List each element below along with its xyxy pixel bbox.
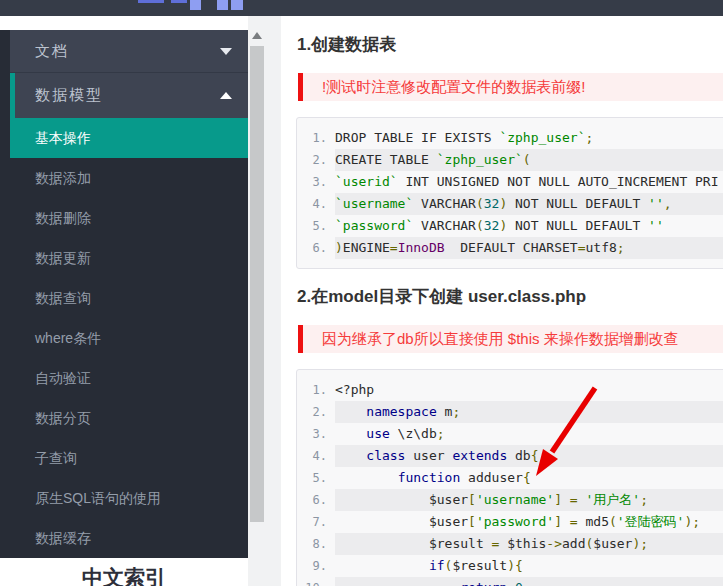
sidebar-scrollbar (248, 16, 281, 586)
code-line: 9. if($result){ (297, 555, 723, 577)
triangle-up-icon (252, 32, 262, 39)
code-line: 2. namespace m; (297, 401, 723, 423)
warning-banner-this-usage: 因为继承了db所以直接使用 $this 来操作数据增删改查 (298, 325, 723, 353)
code-line: 4. class user extends db{ (297, 445, 723, 467)
code-line: 5. function adduser{ (297, 467, 723, 489)
scrollbar-thumb[interactable] (250, 46, 264, 522)
sidebar-item-data-query[interactable]: 数据查询 (10, 278, 248, 318)
sidebar: 文档 数据模型 基本操作 数据添加 数据删除 数据更新 数据查询 where条件… (0, 30, 248, 558)
code-line: 1.<?php (297, 379, 723, 401)
sidebar-item-data-cache[interactable]: 数据缓存 (10, 518, 248, 558)
top-navbar (0, 0, 723, 16)
code-line: 6.)ENGINE=InnoDB DEFAULT CHARSET=utf8; (297, 237, 723, 259)
caret-down-icon (220, 48, 232, 55)
heading-create-model-file: 2.在model目录下创建 user.class.php (297, 285, 586, 309)
code-line: 1.DROP TABLE IF EXISTS `zphp_user`; (297, 127, 723, 149)
code-line: 4.`username` VARCHAR(32) NOT NULL DEFAUL… (297, 193, 723, 215)
sidebar-item-auto-validate[interactable]: 自动验证 (10, 358, 248, 398)
page: 文档 数据模型 基本操作 数据添加 数据删除 数据更新 数据查询 where条件… (0, 0, 723, 586)
section-title-chinese-index: 中文索引 (0, 558, 248, 586)
sidebar-group-data-model[interactable]: 数据模型 (10, 73, 248, 118)
sidebar-item-data-delete[interactable]: 数据删除 (10, 198, 248, 238)
sidebar-group-label: 数据模型 (35, 86, 220, 105)
code-block-php: 1.<?php2. namespace m;3. use \z\db;4. cl… (296, 369, 723, 586)
code-line: 3.`userid` INT UNSIGNED NOT NULL AUTO_IN… (297, 171, 723, 193)
warning-banner-table-prefix: !测试时注意修改配置文件的数据表前缀! (298, 73, 723, 101)
code-line: 10. return 0; (297, 577, 723, 586)
heading-create-table: 1.创建数据表 (297, 33, 396, 57)
code-line: 8. $result = $this->add($user); (297, 533, 723, 555)
caret-up-icon (220, 92, 232, 99)
sidebar-item-pagination[interactable]: 数据分页 (10, 398, 248, 438)
sidebar-item-raw-sql[interactable]: 原生SQL语句的使用 (10, 478, 248, 518)
sidebar-item-basic-operations[interactable]: 基本操作 (10, 118, 248, 158)
sidebar-submenu: 基本操作 数据添加 数据删除 数据更新 数据查询 where条件 自动验证 数据… (0, 118, 248, 558)
sidebar-group-label: 文档 (35, 42, 220, 61)
sidebar-item-data-update[interactable]: 数据更新 (10, 238, 248, 278)
code-line: 7. $user['password'] = md5('登陆密码'); (297, 511, 723, 533)
code-line: 3. use \z\db; (297, 423, 723, 445)
sidebar-item-data-add[interactable]: 数据添加 (10, 158, 248, 198)
code-line: 5.`password` VARCHAR(32) NOT NULL DEFAUL… (297, 215, 723, 237)
sidebar-item-subquery[interactable]: 子查询 (10, 438, 248, 478)
scroll-up-button[interactable] (248, 26, 266, 44)
code-line: 6. $user['username'] = '用户名'; (297, 489, 723, 511)
sidebar-group-docs[interactable]: 文档 (10, 30, 248, 73)
code-line: 2.CREATE TABLE `zphp_user`( (297, 149, 723, 171)
main-content: 1.创建数据表 !测试时注意修改配置文件的数据表前缀! 1.DROP TABLE… (281, 16, 723, 586)
sidebar-item-where[interactable]: where条件 (10, 318, 248, 358)
code-block-sql: 1.DROP TABLE IF EXISTS `zphp_user`;2.CRE… (296, 117, 723, 269)
